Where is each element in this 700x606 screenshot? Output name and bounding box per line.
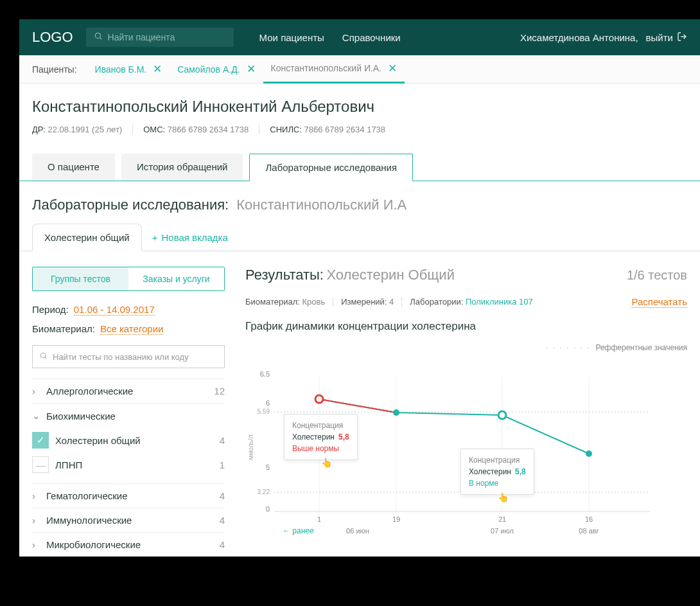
close-icon[interactable]: ✕ [153, 62, 162, 76]
svg-text:19: 19 [392, 515, 400, 523]
test-search-input[interactable] [53, 352, 218, 362]
svg-line-4 [45, 357, 46, 359]
svg-text:06 июн: 06 июн [346, 527, 369, 535]
period-label: Период: [32, 304, 69, 316]
biomat-label: Биоматериал: [32, 323, 95, 335]
lab-link[interactable]: Поликлиника 107 [466, 297, 533, 307]
chart-legend: · · · · · · · Рефферентные значения [245, 343, 687, 352]
section-title: Лабораторные исследования: Константинопо… [19, 181, 700, 224]
results-count: 1/6 тестов [627, 268, 687, 283]
chevron-down-icon: ⌄ [32, 410, 40, 422]
group-hematology[interactable]: › Гематологические 4 [32, 490, 225, 501]
svg-point-22 [586, 450, 592, 457]
nav-reference[interactable]: Справочники [342, 32, 401, 43]
search-icon [39, 351, 48, 362]
chevron-right-icon: › [32, 515, 40, 526]
results-title: Результаты: [245, 267, 324, 283]
cursor-icon: 👆 [498, 492, 509, 503]
svg-text:1: 1 [317, 515, 321, 523]
search-icon [94, 31, 103, 43]
svg-point-21 [498, 411, 506, 419]
logout-button[interactable]: выйти [646, 31, 687, 44]
chevron-right-icon: › [32, 490, 40, 501]
chart-title: График динамики концентрации холестерина [245, 320, 687, 333]
svg-line-1 [100, 38, 101, 40]
svg-text:6: 6 [266, 399, 270, 407]
cursor-icon: 👆 [321, 458, 332, 468]
patient-tabs-label: Пациенты: [32, 64, 77, 75]
nav-my-patients[interactable]: Мои пациенты [259, 32, 324, 43]
view-toggle: Группы тестов Заказы и услуги [32, 267, 225, 291]
global-search-input[interactable] [108, 32, 226, 42]
group-immunology[interactable]: › Иммунологические 4 [32, 515, 225, 526]
tab-history[interactable]: История обращений [121, 154, 243, 181]
inner-tab-cholesterol[interactable]: Холестерин общий [32, 224, 142, 251]
print-button[interactable]: Распечатать [631, 296, 687, 308]
svg-point-20 [393, 409, 399, 416]
test-item-lpnp[interactable]: — ЛПНП 1 [32, 452, 225, 477]
svg-text:6.5: 6.5 [260, 370, 270, 378]
tab-lab[interactable]: Лабораторные исследования [249, 154, 413, 181]
toggle-orders[interactable]: Заказы и услуги [128, 267, 224, 290]
tab-about[interactable]: О пациенте [32, 154, 115, 181]
main-tabs: О пациенте История обращений Лабораторны… [19, 146, 700, 181]
toggle-test-groups[interactable]: Группы тестов [33, 267, 128, 290]
checkbox-icon[interactable]: ✓ [32, 432, 49, 449]
test-search[interactable] [32, 345, 225, 368]
test-item-cholesterol[interactable]: ✓ Холестерин общий 4 [32, 428, 225, 452]
biomat-picker[interactable]: Все категории [100, 323, 164, 335]
patient-tab-3[interactable]: Константинопольский И.А. ✕ [263, 55, 405, 84]
svg-text:5: 5 [266, 463, 270, 471]
inner-tabs: Холестерин общий + Новая вкладка [19, 224, 700, 251]
chart-tooltip-ok: Концентрация Холестерин5,8 В норме [460, 449, 534, 495]
svg-text:16: 16 [585, 515, 593, 523]
plus-icon: + [152, 232, 158, 243]
chart-tooltip-high: Концентрация Холестерин5,8 Выше нормы [284, 414, 358, 460]
patient-full-name: Константинопольский Иннокентий Альбертов… [32, 98, 687, 116]
svg-text:07 июл: 07 июл [491, 527, 514, 535]
checkbox-icon[interactable]: — [32, 456, 49, 473]
line-chart[interactable]: 6.5 6 5 0 5.59 3.22 ммоль/л [245, 357, 656, 544]
svg-text:0: 0 [266, 505, 270, 513]
logout-icon [677, 31, 687, 44]
sidebar: Группы тестов Заказы и услуги Период: 01… [32, 267, 225, 557]
group-allergy[interactable]: › Аллергологические 12 [32, 386, 225, 397]
top-nav: Мои пациенты Справочники [259, 32, 401, 43]
svg-point-19 [315, 395, 323, 403]
patient-tab-2[interactable]: Самойлов А.Д. ✕ [170, 55, 263, 84]
svg-text:21: 21 [498, 515, 506, 523]
period-picker[interactable]: 01.06 - 14.09.2017 [74, 304, 155, 316]
patient-tab-1[interactable]: Иванов Б.М. ✕ [87, 55, 170, 84]
add-tab-button[interactable]: + Новая вкладка [152, 232, 228, 243]
group-microbiology[interactable]: › Микробиологические 4 [32, 539, 225, 550]
logo: LOGO [32, 29, 73, 46]
svg-point-3 [40, 353, 46, 358]
patient-tabs: Пациенты: Иванов Б.М. ✕ Самойлов А.Д. ✕ … [19, 55, 700, 84]
chevron-right-icon: › [32, 386, 40, 397]
svg-text:ммоль/л: ммоль/л [247, 434, 254, 459]
close-icon[interactable]: ✕ [388, 62, 397, 75]
earlier-link[interactable]: ← ранее [283, 526, 314, 535]
close-icon[interactable]: ✕ [247, 62, 256, 76]
svg-point-0 [95, 33, 100, 38]
svg-text:3.22: 3.22 [258, 488, 270, 495]
svg-text:08 авг: 08 авг [579, 527, 599, 535]
results-subtitle: Холестерин Общий [326, 267, 455, 283]
patient-header: Константинопольский Иннокентий Альбертов… [19, 84, 700, 146]
svg-text:5.59: 5.59 [258, 408, 270, 415]
chevron-right-icon: › [32, 539, 40, 550]
top-bar: LOGO Мои пациенты Справочники Хисаметдин… [19, 19, 700, 55]
main-panel: Результаты: Холестерин Общий 1/6 тестов … [245, 267, 687, 557]
user-block: Хисаметдинова Антонина, выйти [520, 31, 687, 44]
global-search[interactable] [86, 28, 234, 47]
group-biochem[interactable]: ⌄ Биохимические [32, 410, 225, 422]
user-name: Хисаметдинова Антонина, [520, 32, 638, 43]
